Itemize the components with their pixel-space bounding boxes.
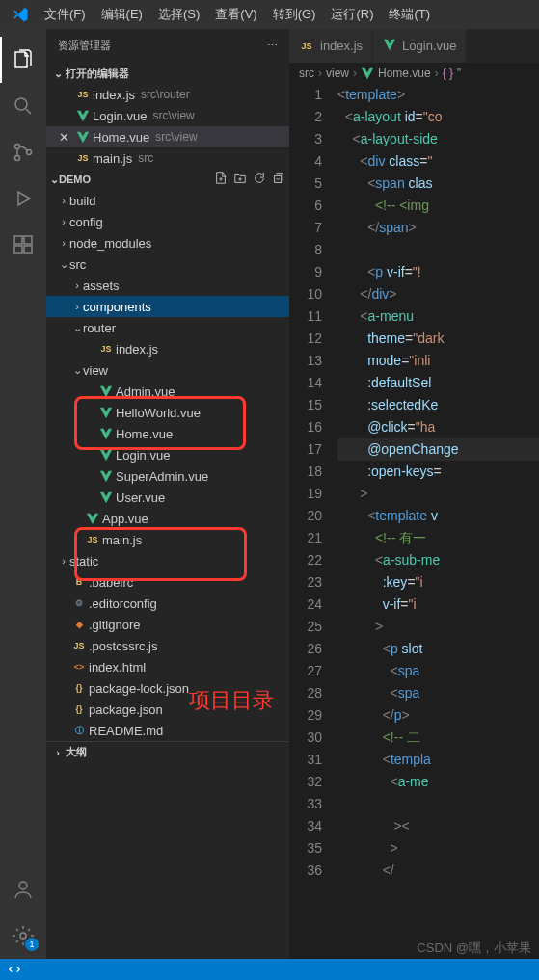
open-editor-item[interactable]: JSindex.jssrc\router — [46, 84, 289, 105]
code-line[interactable]: mode="inli — [337, 350, 539, 372]
file-item[interactable]: Login.vue — [46, 444, 289, 465]
code-line[interactable] — [337, 793, 539, 815]
menu-item[interactable]: 运行(R) — [323, 3, 381, 25]
menu-item[interactable]: 转到(G) — [265, 3, 324, 25]
breadcrumb-part[interactable]: view — [326, 66, 349, 80]
code-line[interactable]: @click="ha — [337, 416, 539, 438]
file-item[interactable]: <>index.html — [46, 656, 289, 677]
project-header[interactable]: ⌄ DEMO — [46, 169, 289, 190]
folder-item[interactable]: ›assets — [46, 275, 289, 296]
code-line[interactable]: :key="i — [337, 571, 539, 594]
code-line[interactable]: theme="dark — [337, 328, 539, 350]
new-file-icon[interactable] — [214, 172, 228, 187]
code-line[interactable]: <a-layout-side — [337, 128, 539, 150]
menu-item[interactable]: 文件(F) — [37, 3, 94, 25]
outline-header[interactable]: › 大纲 — [46, 741, 289, 762]
file-item[interactable]: JS.postcssrc.js — [46, 635, 289, 656]
file-item[interactable]: ◆.gitignore — [46, 614, 289, 635]
code-line[interactable]: <div class=" — [337, 150, 539, 172]
activity-account[interactable] — [0, 866, 46, 913]
collapse-all-icon[interactable] — [272, 172, 285, 187]
folder-item[interactable]: ›build — [46, 190, 289, 211]
file-item[interactable]: JSmain.js — [46, 529, 289, 550]
code-line[interactable]: <spa — [337, 660, 539, 682]
close-icon[interactable]: ✕ — [54, 130, 73, 145]
code-line[interactable] — [337, 239, 539, 261]
breadcrumb-symbol[interactable]: " — [457, 66, 461, 80]
code-content[interactable]: <template> <a-layout id="co <a-layout-si… — [337, 84, 539, 959]
menu-item[interactable]: 查看(V) — [207, 3, 264, 25]
file-item[interactable]: HelloWorld.vue — [46, 402, 289, 423]
code-line[interactable]: <p v-if="! — [337, 261, 539, 283]
open-editor-item[interactable]: JSmain.jssrc — [46, 147, 289, 169]
file-item[interactable]: App.vue — [46, 508, 289, 529]
folder-item[interactable]: ›config — [46, 211, 289, 232]
folder-item[interactable]: ›static — [46, 550, 289, 571]
refresh-icon[interactable] — [253, 172, 266, 187]
editor-tab[interactable]: JSindex.js — [289, 29, 373, 63]
code-line[interactable]: </div> — [337, 283, 539, 305]
code-line[interactable]: <p slot — [337, 638, 539, 660]
new-folder-icon[interactable] — [233, 172, 247, 187]
open-editor-item[interactable]: Login.vuesrc\view — [46, 105, 289, 126]
activity-explorer[interactable] — [0, 37, 46, 83]
code-line[interactable]: <a-menu — [337, 305, 539, 328]
status-bar[interactable] — [0, 959, 539, 980]
file-item[interactable]: {}package.json — [46, 699, 289, 720]
code-line[interactable]: <!-- 二 — [337, 727, 539, 749]
file-item[interactable]: ⓘREADME.md — [46, 720, 289, 741]
folder-item[interactable]: ›components — [46, 296, 289, 317]
activity-settings[interactable]: 1 — [0, 913, 46, 959]
folder-item[interactable]: ⌄router — [46, 317, 289, 338]
code-line[interactable]: </ — [337, 860, 539, 882]
code-line[interactable]: <!-- 有一 — [337, 527, 539, 549]
breadcrumb[interactable]: src › view › Home.vue › { } " — [289, 63, 539, 84]
remote-icon[interactable] — [8, 963, 21, 976]
code-line[interactable]: :selectedKe — [337, 394, 539, 416]
code-line[interactable]: > — [337, 837, 539, 860]
code-line[interactable]: <a-me — [337, 771, 539, 793]
code-line[interactable]: :open-keys= — [337, 461, 539, 483]
folder-item[interactable]: ⌄src — [46, 253, 289, 275]
activity-run-debug[interactable] — [0, 175, 46, 222]
code-line[interactable]: :defaultSel — [337, 372, 539, 394]
editor-tab[interactable]: Login.vue — [373, 29, 467, 63]
folder-item[interactable]: ›node_modules — [46, 232, 289, 253]
file-item[interactable]: B.babelrc — [46, 571, 289, 593]
activity-search[interactable] — [0, 83, 46, 129]
sidebar-more-icon[interactable]: ⋯ — [267, 40, 278, 52]
menu-item[interactable]: 选择(S) — [150, 3, 207, 25]
code-line[interactable]: v-if="i — [337, 594, 539, 616]
activity-source-control[interactable] — [0, 129, 46, 175]
file-item[interactable]: User.vue — [46, 487, 289, 508]
code-line[interactable]: </p> — [337, 704, 539, 727]
menu-item[interactable]: 终端(T) — [381, 3, 438, 25]
open-editors-header[interactable]: ⌄ 打开的编辑器 — [46, 63, 289, 84]
code-line[interactable]: <a-layout id="co — [337, 106, 539, 128]
code-line[interactable]: <template v — [337, 505, 539, 527]
file-item[interactable]: Home.vue — [46, 423, 289, 444]
menu-item[interactable]: 编辑(E) — [94, 3, 150, 25]
code-editor[interactable]: 1234567891011121314151617181920212223242… — [289, 84, 539, 959]
file-item[interactable]: JSindex.js — [46, 338, 289, 359]
folder-item[interactable]: ⌄view — [46, 359, 289, 381]
code-line[interactable]: <spa — [337, 682, 539, 704]
file-item[interactable]: {}package-lock.json — [46, 677, 289, 699]
code-line[interactable]: <a-sub-me — [337, 549, 539, 571]
activity-extensions[interactable] — [0, 222, 46, 268]
file-item[interactable]: SuperAdmin.vue — [46, 465, 289, 487]
code-line[interactable]: <templa — [337, 749, 539, 771]
breadcrumb-part[interactable]: Home.vue — [378, 66, 431, 80]
code-line[interactable]: <template> — [337, 84, 539, 106]
code-line[interactable]: <!-- <img — [337, 195, 539, 217]
code-line[interactable]: >< — [337, 815, 539, 837]
file-item[interactable]: ⚙.editorconfig — [46, 593, 289, 614]
code-line[interactable]: > — [337, 483, 539, 505]
file-item[interactable]: Admin.vue — [46, 381, 289, 402]
code-line[interactable]: > — [337, 616, 539, 638]
open-editor-item[interactable]: ✕Home.vuesrc\view — [46, 126, 289, 147]
code-line[interactable]: @openChange — [337, 438, 539, 461]
code-line[interactable]: </span> — [337, 217, 539, 239]
breadcrumb-part[interactable]: src — [299, 66, 314, 80]
code-line[interactable]: <span clas — [337, 172, 539, 195]
